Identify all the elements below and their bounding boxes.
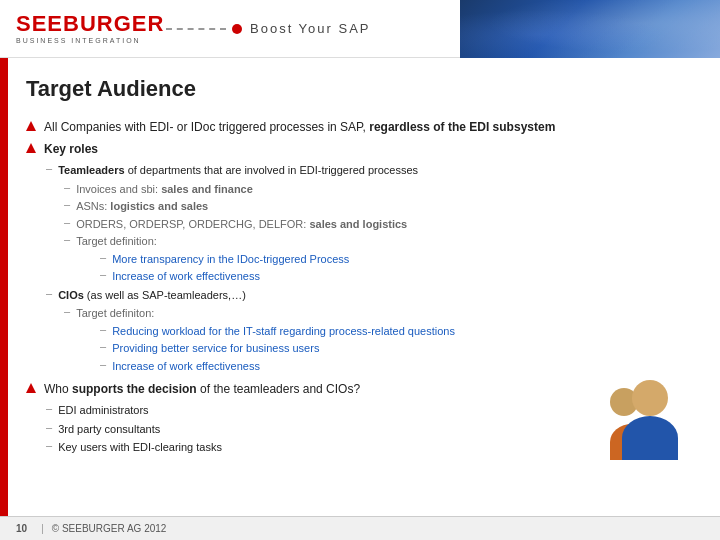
tl-sub-invoices: – Invoices and sbi: sales and finance <box>64 181 702 198</box>
tl-target-text: Target definition: <box>76 233 157 250</box>
bullet-item-2: Key roles <box>26 140 702 158</box>
tl-target-sub1: – More transparency in the IDoc-triggere… <box>100 251 702 268</box>
bullet-icon-1 <box>26 121 36 131</box>
dash-icon: – <box>64 233 70 245</box>
cios-sub1: – Reducing workload for the IT-staff reg… <box>100 323 702 340</box>
tl-effectiveness-text: Increase of work effectiveness <box>112 268 260 285</box>
cios-target-text: Target definiton: <box>76 305 154 322</box>
cios-providing-text: Providing better service for business us… <box>112 340 319 357</box>
bullet2-bold: Key roles <box>44 142 98 156</box>
bullet-text-1: All Companies with EDI- or IDoc triggere… <box>44 118 702 136</box>
tl-target-sub2: – Increase of work effectiveness <box>100 268 702 285</box>
dash-icon: – <box>100 323 106 335</box>
bullet3-prefix: Who <box>44 382 72 396</box>
dash-icon: – <box>64 198 70 210</box>
bullet-item-1: All Companies with EDI- or IDoc triggere… <box>26 118 702 136</box>
cios-reducing-text: Reducing workload for the IT-staff regar… <box>112 323 455 340</box>
tl-target-sub-list: – More transparency in the IDoc-triggere… <box>100 251 702 285</box>
3rd-party-text: 3rd party consultants <box>58 421 160 438</box>
dash-icon: – <box>46 287 52 299</box>
sub-text-teamleaders: Teamleaders of departments that are invo… <box>58 162 418 179</box>
sub-list-teamleaders: – Teamleaders of departments that are in… <box>46 162 702 285</box>
tl-transparency-text: More transparency in the IDoc-triggered … <box>112 251 349 268</box>
cios-sub-list: – Target definiton: – Reducing workload … <box>64 305 702 374</box>
bullet3-suffix: of the teamleaders and CIOs? <box>197 382 360 396</box>
bullet1-prefix: All Companies with EDI- or IDoc triggere… <box>44 120 369 134</box>
page-number: 10 <box>16 523 27 534</box>
arrow-circle-icon <box>232 24 242 34</box>
logo-sub: BUSINESS INTEGRATION <box>16 37 141 44</box>
avatar-illustration <box>610 380 690 460</box>
avatar-head <box>632 380 668 416</box>
logo-text: SEEBURGER <box>16 13 164 35</box>
cios-effectiveness-text: Increase of work effectiveness <box>112 358 260 375</box>
boost-title: Boost Your SAP <box>250 21 371 36</box>
bullet1-bold: regardless of the EDI subsystem <box>369 120 555 134</box>
key-users-text: Key users with EDI-clearing tasks <box>58 439 222 456</box>
cios-sub3: – Increase of work effectiveness <box>100 358 702 375</box>
dash-icon: – <box>100 340 106 352</box>
page-title: Target Audience <box>26 76 702 102</box>
dash-icon: – <box>64 305 70 317</box>
who-supports-sub-list: – EDI administrators – 3rd party consult… <box>46 402 702 456</box>
sub-list-cios: – CIOs (as well as SAP-teamleaders,…) – … <box>46 287 702 375</box>
dash-icon: – <box>64 216 70 228</box>
footer-copyright: © SEEBURGER AG 2012 <box>52 523 167 534</box>
tl-asns-text: ASNs: logistics and sales <box>76 198 208 215</box>
cios-target-def: – Target definiton: <box>64 305 702 322</box>
dash-icon: – <box>64 181 70 193</box>
cios-label: CIOs <box>58 289 84 301</box>
header-image-overlay <box>460 0 720 58</box>
who-3rd-party: – 3rd party consultants <box>46 421 702 438</box>
bullet-text-2: Key roles <box>44 140 702 158</box>
red-accent-bar <box>0 58 8 516</box>
tl-sub-orders: – ORDERS, ORDERSP, ORDERCHG, DELFOR: sal… <box>64 216 702 233</box>
bullet3-bold: supports the decision <box>72 382 197 396</box>
tl-sub-target: – Target definition: <box>64 233 702 250</box>
bullet-icon-3 <box>26 383 36 393</box>
tl-invoices-text: Invoices and sbi: sales and finance <box>76 181 253 198</box>
sub-item-cios: – CIOs (as well as SAP-teamleaders,…) <box>46 287 702 304</box>
edi-admin-text: EDI administrators <box>58 402 148 419</box>
dash-icon: – <box>46 162 52 174</box>
header-divider: Boost Your SAP <box>166 21 371 36</box>
dash-icon: – <box>100 251 106 263</box>
header-image <box>460 0 720 58</box>
cios-suffix: (as well as SAP-teamleaders,…) <box>84 289 246 301</box>
teamleaders-suffix: of departments that are involved in EDI-… <box>125 164 418 176</box>
tl-orders-text: ORDERS, ORDERSP, ORDERCHG, DELFOR: sales… <box>76 216 407 233</box>
cios-sub2: – Providing better service for business … <box>100 340 702 357</box>
bullet-item-3: Who supports the decision of the teamlea… <box>26 380 702 398</box>
dash-icon: – <box>100 358 106 370</box>
logo-area: SEEBURGER BUSINESS INTEGRATION <box>16 13 156 44</box>
teamleaders-sub-list: – Invoices and sbi: sales and finance – … <box>64 181 702 285</box>
bullet-icon-2 <box>26 143 36 153</box>
who-key-users: – Key users with EDI-clearing tasks <box>46 439 702 456</box>
dash-icon: – <box>46 439 52 451</box>
dash-icon: – <box>46 402 52 414</box>
header: SEEBURGER BUSINESS INTEGRATION Boost You… <box>0 0 720 58</box>
footer: 10 | © SEEBURGER AG 2012 <box>0 516 720 540</box>
footer-separator: | <box>41 523 44 534</box>
cios-target-sub-list: – Reducing workload for the IT-staff reg… <box>100 323 702 375</box>
avatar-body <box>622 416 678 460</box>
tl-sub-asns: – ASNs: logistics and sales <box>64 198 702 215</box>
dashed-line-icon <box>166 28 226 30</box>
who-edi-admin: – EDI administrators <box>46 402 702 419</box>
teamleaders-label: Teamleaders <box>58 164 124 176</box>
bullet-text-3: Who supports the decision of the teamlea… <box>44 380 702 398</box>
sub-item-teamleaders: – Teamleaders of departments that are in… <box>46 162 702 179</box>
dash-icon: – <box>46 421 52 433</box>
dash-icon: – <box>100 268 106 280</box>
sub-text-cios: CIOs (as well as SAP-teamleaders,…) <box>58 287 246 304</box>
